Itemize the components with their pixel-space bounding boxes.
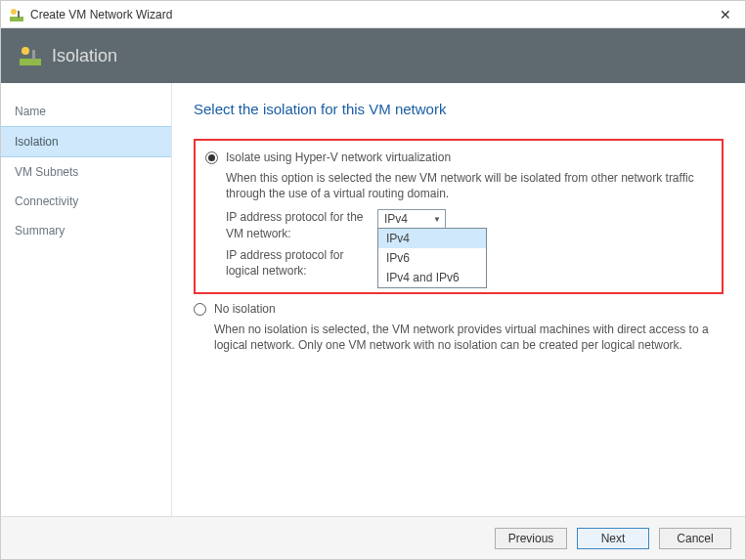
option-isolate-hyperv-desc: When this option is selected the new VM … xyxy=(226,170,712,201)
sidebar-item-summary[interactable]: Summary xyxy=(1,216,171,245)
radio-isolate-hyperv[interactable] xyxy=(205,151,218,164)
content-area: Name Isolation VM Subnets Connectivity S… xyxy=(1,83,745,516)
cancel-button[interactable]: Cancel xyxy=(659,528,731,549)
field-logical-protocol-label: IP address protocol for logical network: xyxy=(226,247,377,279)
combo-vm-protocol[interactable]: IPv4 ▼ xyxy=(377,209,446,229)
option-no-isolation-label: No isolation xyxy=(214,302,276,316)
dropdown-item-ipv6[interactable]: IPv6 xyxy=(378,248,486,268)
option-isolate-hyperv-label: Isolate using Hyper-V network virtualiza… xyxy=(226,151,451,164)
wizard-sidebar: Name Isolation VM Subnets Connectivity S… xyxy=(1,83,172,516)
dropdown-item-ipv4-and-ipv6[interactable]: IPv4 and IPv6 xyxy=(378,268,486,287)
app-icon xyxy=(9,7,24,22)
close-icon[interactable]: ✕ xyxy=(714,7,737,22)
svg-rect-0 xyxy=(10,17,23,22)
titlebar: Create VM Network Wizard ✕ xyxy=(1,1,745,28)
sidebar-item-vm-subnets[interactable]: VM Subnets xyxy=(1,157,171,187)
sidebar-item-name[interactable]: Name xyxy=(1,97,171,126)
sidebar-item-connectivity[interactable]: Connectivity xyxy=(1,187,171,216)
option-no-isolation-section: No isolation When no isolation is select… xyxy=(194,302,724,353)
option-no-isolation-desc: When no isolation is selected, the VM ne… xyxy=(214,322,724,353)
svg-point-4 xyxy=(22,47,29,55)
svg-rect-3 xyxy=(20,59,41,65)
radio-no-isolation[interactable] xyxy=(194,303,206,316)
field-vm-protocol-label: IP address protocol for the VM network: xyxy=(226,209,377,240)
sidebar-item-isolation[interactable]: Isolation xyxy=(1,126,171,157)
banner-icon xyxy=(19,44,42,67)
next-button[interactable]: Next xyxy=(577,528,649,549)
svg-point-1 xyxy=(11,9,17,15)
combo-vm-protocol-value: IPv4 xyxy=(384,212,408,226)
main-panel: Select the isolation for this VM network… xyxy=(172,83,745,516)
chevron-down-icon: ▼ xyxy=(433,215,441,224)
dropdown-protocol[interactable]: IPv4 IPv6 IPv4 and IPv6 xyxy=(377,228,487,288)
svg-rect-5 xyxy=(32,50,35,60)
window-title: Create VM Network Wizard xyxy=(30,8,714,22)
field-logical-protocol: IP address protocol for logical network:… xyxy=(226,247,712,279)
option-isolate-hyperv[interactable]: Isolate using Hyper-V network virtualiza… xyxy=(205,151,712,164)
dropdown-item-ipv4[interactable]: IPv4 xyxy=(378,229,486,248)
previous-button[interactable]: Previous xyxy=(495,528,567,549)
option-no-isolation[interactable]: No isolation xyxy=(194,302,724,316)
banner-title: Isolation xyxy=(52,46,117,66)
footer: Previous Next Cancel xyxy=(1,516,745,559)
page-heading: Select the isolation for this VM network xyxy=(194,101,724,117)
banner: Isolation xyxy=(1,28,745,83)
svg-rect-2 xyxy=(18,11,20,18)
highlight-box: Isolate using Hyper-V network virtualiza… xyxy=(194,139,724,294)
